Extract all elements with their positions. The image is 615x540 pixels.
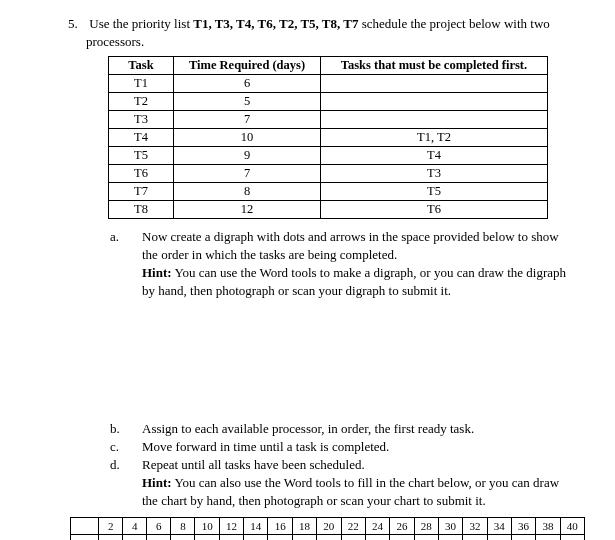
hint-text-d: You can also use the Word tools to fill …: [172, 475, 559, 490]
task-table: Task Time Required (days) Tasks that mus…: [108, 56, 548, 219]
hint-label-d: Hint:: [142, 475, 172, 490]
hint-text: You can use the Word tools to make a dig…: [172, 265, 566, 280]
part-b: b.Assign to each available processor, in…: [126, 421, 585, 437]
part-a-letter: a.: [126, 229, 142, 245]
table-row: T25: [109, 93, 548, 111]
table-row: T67T3: [109, 165, 548, 183]
part-d-text: Repeat until all tasks have been schedul…: [142, 457, 365, 472]
part-d-hint-line2: the chart by hand, then photograph or sc…: [142, 493, 585, 509]
part-a-line1: Now create a digraph with dots and arrow…: [142, 229, 559, 244]
schedule-row-p1: P1: [71, 535, 585, 541]
part-d-hint: Hint: You can also use the Word tools to…: [142, 475, 585, 491]
part-a: a.Now create a digraph with dots and arr…: [126, 229, 585, 245]
part-c-letter: c.: [126, 439, 142, 455]
th-time: Time Required (days): [174, 57, 321, 75]
q-text-after: schedule the project below with two: [358, 16, 549, 31]
part-c: c.Move forward in time until a task is c…: [126, 439, 585, 455]
digraph-workspace: [30, 299, 585, 419]
table-row: T78T5: [109, 183, 548, 201]
part-b-letter: b.: [126, 421, 142, 437]
q-text-before: Use the priority list: [89, 16, 193, 31]
th-task: Task: [109, 57, 174, 75]
q-priority-list: T1, T3, T4, T6, T2, T5, T8, T7: [193, 16, 358, 31]
part-b-text: Assign to each available processor, in o…: [142, 421, 474, 436]
part-d-letter: d.: [126, 457, 142, 473]
part-c-text: Move forward in time until a task is com…: [142, 439, 389, 454]
part-d: d.Repeat until all tasks have been sched…: [126, 457, 585, 473]
question-line2: processors.: [86, 34, 585, 50]
schedule-chart: 246810121416182022242628303234363840 P1 …: [70, 517, 585, 540]
table-row: T59T4: [109, 147, 548, 165]
th-dep: Tasks that must be completed first.: [321, 57, 548, 75]
part-a-hint-line2: by hand, then photograph or scan your di…: [142, 283, 585, 299]
part-a-hint: Hint: You can use the Word tools to make…: [142, 265, 585, 281]
table-row: T812T6: [109, 201, 548, 219]
table-row: T37: [109, 111, 548, 129]
schedule-header-row: 246810121416182022242628303234363840: [71, 518, 585, 535]
part-a-line2: the order in which the tasks are being c…: [142, 247, 585, 263]
table-row: T410T1, T2: [109, 129, 548, 147]
table-row: T16: [109, 75, 548, 93]
question-number: 5.: [68, 16, 86, 32]
schedule-row-label: P1: [71, 535, 99, 541]
hint-label: Hint:: [142, 265, 172, 280]
question-stem: 5. Use the priority list T1, T3, T4, T6,…: [68, 16, 585, 32]
